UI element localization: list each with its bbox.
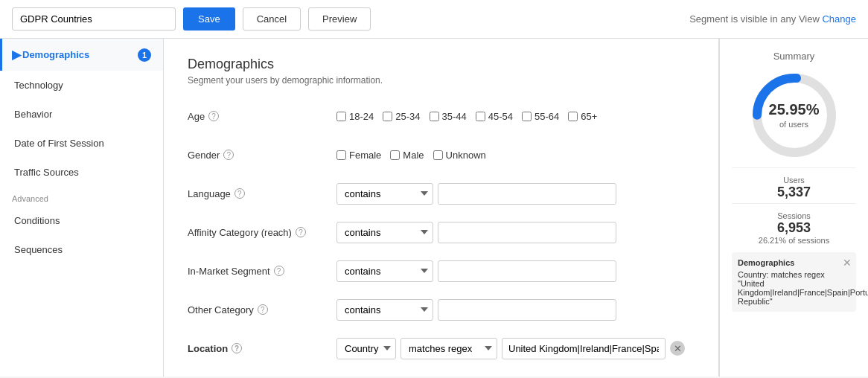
sidebar: ▶ Demographics 1 Technology Behavior Dat… [0, 39, 164, 377]
location-operator-select[interactable]: matches regex contains does not contain … [401, 338, 497, 359]
location-dimension-select[interactable]: Country Region City [336, 338, 396, 359]
sidebar-item-label: Date of First Session [14, 138, 104, 149]
other-value-input[interactable] [438, 299, 616, 321]
visibility-text: Segment is visible in any View Change [689, 13, 856, 25]
sessions-stat: Sessions 6,953 26.21% of sessions [732, 203, 856, 245]
inmarket-row: In-Market Segment ? contains does not co… [188, 258, 695, 284]
gender-male[interactable]: Male [390, 150, 424, 161]
sidebar-item-date-first-session[interactable]: Date of First Session [0, 129, 163, 158]
gender-label: Gender ? [188, 150, 336, 161]
sidebar-item-label: Demographics [22, 49, 89, 60]
segment-name-input[interactable] [12, 7, 176, 31]
age-25-34[interactable]: 25-34 [383, 111, 420, 122]
advanced-group-label: Advanced [0, 187, 163, 206]
main-layout: ▶ Demographics 1 Technology Behavior Dat… [0, 39, 868, 377]
language-row: Language ? contains does not contain mat… [188, 181, 695, 206]
other-operator-select[interactable]: contains does not contain matches regex [336, 299, 433, 321]
affinity-help-icon[interactable]: ? [296, 227, 306, 237]
segment-info-box: ✕ Demographics Country: matches regex "U… [732, 252, 856, 312]
segment-info-close[interactable]: ✕ [843, 257, 852, 269]
top-bar: Save Cancel Preview Segment is visible i… [0, 0, 868, 39]
location-row: Location ? Country Region City matches r… [188, 336, 695, 361]
sidebar-item-conditions[interactable]: Conditions [0, 206, 163, 235]
other-controls: contains does not contain matches regex [336, 299, 616, 321]
gender-help-icon[interactable]: ? [223, 150, 234, 160]
gender-unknown[interactable]: Unknown [433, 150, 486, 161]
language-label: Language ? [188, 188, 336, 199]
sessions-label: Sessions [732, 211, 856, 220]
sessions-value: 6,953 [732, 220, 856, 236]
age-row: Age ? 18-24 25-34 35-44 45-54 55-64 65+ [188, 103, 695, 129]
sidebar-item-label: Technology [14, 80, 63, 91]
users-stat: Users 5,337 [732, 167, 856, 200]
donut-of-users: of users [779, 120, 808, 129]
preview-button[interactable]: Preview [308, 7, 371, 31]
affinity-value-input[interactable] [438, 222, 616, 243]
location-label: Location ? [188, 343, 336, 354]
sidebar-item-label: Behavior [14, 109, 52, 120]
affinity-label: Affinity Category (reach) ? [188, 227, 336, 238]
sidebar-item-demographics[interactable]: ▶ Demographics 1 [0, 39, 163, 71]
age-55-64[interactable]: 55-64 [522, 111, 559, 122]
age-help-icon[interactable]: ? [208, 111, 219, 121]
other-help-icon[interactable]: ? [258, 304, 268, 315]
users-label: Users [732, 176, 856, 185]
age-18-24[interactable]: 18-24 [336, 111, 374, 122]
language-help-icon[interactable]: ? [234, 188, 245, 199]
gender-row: Gender ? Female Male Unknown [188, 142, 695, 167]
arrow-icon: ▶ [12, 48, 21, 62]
donut-text: 25.95% of users [769, 101, 820, 129]
affinity-controls: contains does not contain matches regex [336, 222, 616, 243]
section-title: Demographics [188, 57, 695, 72]
summary-title: Summary [732, 51, 856, 62]
age-label: Age ? [188, 111, 336, 122]
affinity-row: Affinity Category (reach) ? contains doe… [188, 220, 695, 245]
age-35-44[interactable]: 35-44 [430, 111, 467, 122]
cancel-button[interactable]: Cancel [243, 7, 301, 31]
sidebar-item-sequences[interactable]: Sequences [0, 235, 163, 264]
sessions-percent: 26.21% of sessions [732, 236, 856, 245]
sidebar-item-traffic-sources[interactable]: Traffic Sources [0, 158, 163, 187]
sidebar-item-behavior[interactable]: Behavior [0, 100, 163, 129]
demographics-badge: 1 [138, 48, 151, 62]
other-label: Other Category ? [188, 304, 336, 315]
location-controls: Country Region City matches regex contai… [336, 338, 685, 359]
age-65plus[interactable]: 65+ [568, 111, 597, 122]
age-controls: 18-24 25-34 35-44 45-54 55-64 65+ [336, 111, 601, 122]
section-subtitle: Segment your users by demographic inform… [188, 75, 695, 86]
inmarket-operator-select[interactable]: contains does not contain matches regex [336, 260, 433, 282]
gender-controls: Female Male Unknown [336, 150, 491, 161]
language-value-input[interactable] [438, 183, 616, 205]
location-help-icon[interactable]: ? [232, 343, 242, 353]
inmarket-controls: contains does not contain matches regex [336, 260, 616, 282]
affinity-operator-select[interactable]: contains does not contain matches regex [336, 222, 433, 243]
segment-info-text: Country: matches regex "United Kingdom|I… [738, 270, 850, 306]
donut-percent: 25.95% [769, 101, 820, 118]
gender-female[interactable]: Female [336, 150, 381, 161]
right-panel: Summary 25.95% of users Users 5,337 Sess [719, 39, 868, 377]
donut-container: 25.95% of users [732, 71, 856, 160]
language-operator-select[interactable]: contains does not contain matches regex [336, 183, 433, 205]
sidebar-item-technology[interactable]: Technology [0, 71, 163, 100]
content-panel: Demographics Segment your users by demog… [164, 39, 719, 377]
inmarket-help-icon[interactable]: ? [274, 266, 284, 276]
inmarket-value-input[interactable] [438, 260, 616, 282]
users-value: 5,337 [732, 185, 856, 200]
location-remove-button[interactable]: ✕ [670, 341, 685, 356]
inmarket-label: In-Market Segment ? [188, 266, 336, 277]
age-45-54[interactable]: 45-54 [476, 111, 513, 122]
save-button[interactable]: Save [183, 7, 235, 31]
sidebar-item-label: Traffic Sources [14, 167, 79, 178]
sidebar-item-label: Conditions [14, 215, 60, 226]
language-controls: contains does not contain matches regex [336, 183, 616, 205]
segment-info-title: Demographics [738, 258, 850, 267]
location-value-input[interactable] [502, 338, 666, 359]
change-link[interactable]: Change [822, 13, 856, 25]
other-row: Other Category ? contains does not conta… [188, 297, 695, 322]
sidebar-item-label: Sequences [14, 244, 63, 255]
